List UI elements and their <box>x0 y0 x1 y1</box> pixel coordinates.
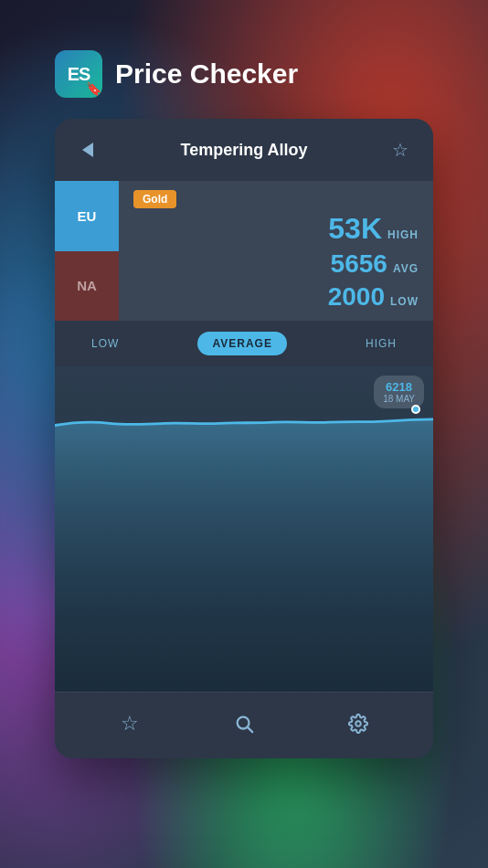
price-high-label: HIGH <box>387 228 419 241</box>
chart-high-button[interactable]: HIGH <box>351 332 411 355</box>
bottom-nav: ☆ <box>55 692 433 758</box>
tooltip-value: 6218 <box>383 380 415 394</box>
app-icon: ES <box>55 50 102 98</box>
price-low-value: 2000 <box>328 282 385 312</box>
chart-low-button[interactable]: LOW <box>77 332 133 355</box>
region-tab-na[interactable]: NA <box>55 251 119 322</box>
price-avg-row: 5656 AVG <box>331 249 419 279</box>
main-card: Tempering Alloy ☆ EU NA Gold 53K HIGH 56… <box>55 119 433 758</box>
back-button[interactable] <box>73 135 102 164</box>
svg-line-1 <box>248 727 252 732</box>
price-content: Gold 53K HIGH 5656 AVG 2000 LOW <box>119 181 433 321</box>
svg-point-2 <box>355 721 361 726</box>
region-tab-eu[interactable]: EU <box>55 181 119 251</box>
commodity-badge: Gold <box>133 190 176 208</box>
chart-area: 6218 18 MAY <box>55 366 433 692</box>
price-section: EU NA Gold 53K HIGH 5656 AVG 2000 LOW <box>55 181 433 321</box>
app-title: Price Checker <box>115 58 298 90</box>
price-low-label: LOW <box>390 295 419 308</box>
chart-dot-indicator <box>411 405 420 414</box>
tooltip-date: 18 MAY <box>383 394 415 404</box>
price-high-value: 53K <box>328 212 382 246</box>
back-arrow-icon <box>82 143 93 157</box>
card-title: Tempering Alloy <box>180 141 307 160</box>
nav-settings-button[interactable] <box>340 705 377 742</box>
app-header: ES Price Checker <box>55 50 298 98</box>
card-header: Tempering Alloy ☆ <box>55 119 433 181</box>
chart-svg <box>55 366 433 692</box>
chart-average-button[interactable]: AVERAGE <box>197 332 286 355</box>
nav-search-button[interactable] <box>226 705 262 742</box>
price-avg-label: AVG <box>393 262 419 275</box>
region-tabs: EU NA <box>55 181 119 321</box>
price-high-row: 53K HIGH <box>328 212 419 246</box>
chart-tooltip: 6218 18 MAY <box>374 376 424 408</box>
price-avg-value: 5656 <box>331 249 387 279</box>
app-icon-text: ES <box>68 64 90 85</box>
chart-controls: LOW AVERAGE HIGH <box>55 321 433 366</box>
favorite-button[interactable]: ☆ <box>386 135 415 164</box>
price-low-row: 2000 LOW <box>328 282 419 312</box>
nav-favorites-button[interactable]: ☆ <box>111 705 148 742</box>
